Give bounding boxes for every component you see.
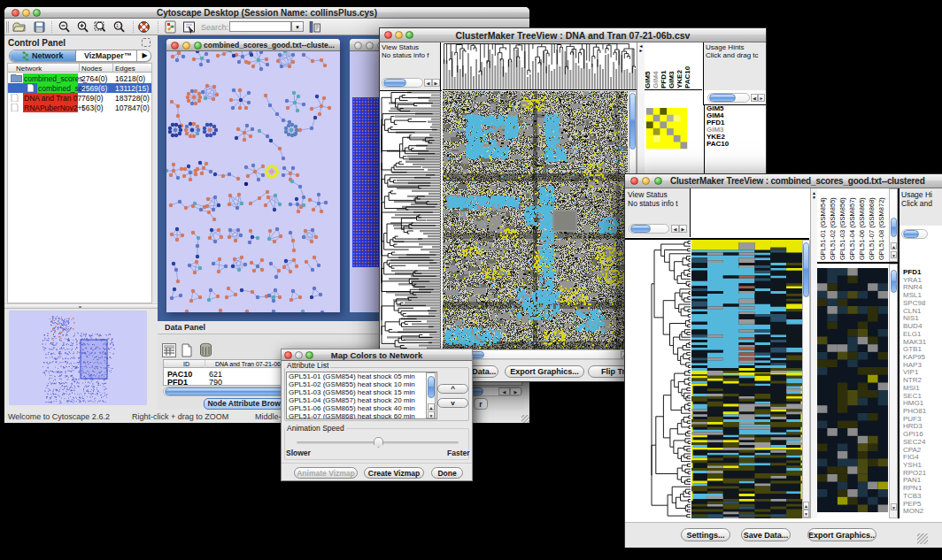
svg-text:PFD1: PFD1 <box>660 70 668 88</box>
svg-text:GPL51-08 (GSM872): GPL51-08 (GSM872) <box>877 197 885 260</box>
svg-text:GIM3: GIM3 <box>668 71 676 88</box>
svg-text:GPL51-07 (GSM868): GPL51-07 (GSM868) <box>868 197 876 260</box>
svg-text:GPL51-04 (GSM857): GPL51-04 (GSM857) <box>848 197 856 260</box>
svg-text:1:1: 1:1 <box>116 23 122 28</box>
svg-text:PAC10: PAC10 <box>683 65 691 88</box>
svg-text:GPL51-02 (GSM855): GPL51-02 (GSM855) <box>829 197 837 260</box>
svg-text:GPL51-01 (GSM854): GPL51-01 (GSM854) <box>819 197 827 260</box>
svg-text:GPL51-03 (GSM856): GPL51-03 (GSM856) <box>838 197 846 260</box>
svg-text:GPL51-06 (GSM865): GPL51-06 (GSM865) <box>858 197 866 260</box>
svg-text:GIM5: GIM5 <box>645 71 652 88</box>
svg-text:GIM4: GIM4 <box>652 71 660 88</box>
svg-text:YKE2: YKE2 <box>676 70 683 88</box>
